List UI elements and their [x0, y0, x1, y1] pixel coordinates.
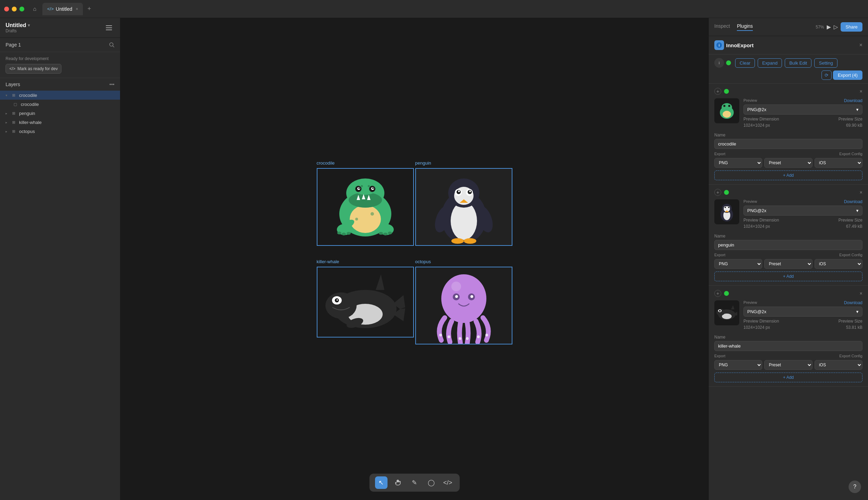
export-all-button[interactable]: Export (4): [833, 70, 862, 80]
frame-label-crocodile: crocodile: [317, 160, 335, 166]
preset-config-select-1[interactable]: Preset1x2x3x: [764, 158, 812, 168]
svg-point-6: [350, 205, 381, 233]
svg-point-68: [451, 282, 461, 291]
share-button[interactable]: Share: [841, 22, 862, 32]
edit-tool[interactable]: ✎: [408, 476, 421, 489]
cursor-tool[interactable]: ↖: [375, 476, 388, 489]
clear-button[interactable]: Clear: [735, 58, 755, 68]
frame-octopus[interactable]: octopus: [415, 267, 512, 364]
add-config-button-2[interactable]: + Add: [714, 272, 862, 281]
tab-inspect[interactable]: Inspect: [714, 23, 730, 31]
add-config-button-3[interactable]: + Add: [714, 373, 862, 382]
expand-button[interactable]: Expand: [758, 58, 782, 68]
preview-thumb-whale: [714, 300, 739, 325]
frame-label-penguin: penguin: [415, 160, 431, 166]
home-icon[interactable]: ⌂: [30, 4, 40, 14]
format-config-select-2[interactable]: PNGJPGSVGPDF: [714, 259, 762, 269]
bulk-edit-button[interactable]: Bulk Edit: [785, 58, 811, 68]
plugin-panel: i InnoExport × i Clear Expand Bulk Edit …: [709, 36, 868, 500]
svg-point-82: [725, 207, 726, 208]
download-link-1[interactable]: Download: [844, 98, 862, 103]
present-button[interactable]: ▷: [834, 24, 838, 30]
frame-killer-whale[interactable]: killer-whale: [317, 267, 414, 364]
plugin-close-button[interactable]: ×: [859, 42, 862, 48]
chevron-down-icon: ▾: [856, 107, 859, 112]
layer-item-killer-whale[interactable]: ▸ ⊞ killer-whale: [0, 118, 120, 127]
tab-close-icon[interactable]: ×: [76, 7, 78, 11]
svg-point-89: [719, 310, 721, 312]
name-label-1: Name: [714, 133, 862, 138]
download-link-2[interactable]: Download: [844, 199, 862, 204]
frame-crocodile[interactable]: crocodile: [317, 168, 414, 265]
svg-point-19: [361, 185, 363, 187]
config-row-2: PNGJPGSVGPDF Preset1x2x3x iOSAndroidWeb: [714, 259, 862, 269]
preset-config-select-2[interactable]: Preset1x2x3x: [764, 259, 812, 269]
svg-point-66: [477, 335, 480, 338]
layer-item-crocodile[interactable]: ▾ ⊞ crocodile: [0, 91, 120, 100]
format-config-select-3[interactable]: PNGJPGSVGPDF: [714, 360, 762, 370]
remove-item-icon[interactable]: ×: [860, 89, 862, 94]
chevron-right-icon: ▸: [6, 130, 7, 133]
layer-item-penguin[interactable]: ▸ ⊞ penguin: [0, 109, 120, 118]
mark-ready-button[interactable]: </> Mark as ready for dev: [6, 64, 61, 74]
maximize-dot[interactable]: [19, 7, 24, 11]
frame-penguin[interactable]: penguin: [415, 168, 512, 265]
sync-button[interactable]: ⟳: [822, 70, 832, 80]
platform-config-select-3[interactable]: iOSAndroidWeb: [815, 360, 862, 370]
sidebar-toggle-icon[interactable]: [103, 22, 114, 33]
svg-point-24: [342, 233, 346, 235]
add-config-button-1[interactable]: + Add: [714, 170, 862, 180]
config-row-1: PNGJPGSVGPDF Preset1x2x3x iOSAndroidWeb: [714, 158, 862, 168]
add-item-icon-3[interactable]: +: [714, 290, 721, 297]
new-tab-button[interactable]: +: [84, 4, 94, 14]
dim-value: 1024×1024 px: [743, 123, 770, 128]
size-value: 69.90 kB: [846, 123, 862, 128]
add-item-icon-2[interactable]: +: [714, 189, 721, 196]
active-tab[interactable]: </> Untitled ×: [42, 3, 83, 15]
page-section: Page 1: [0, 38, 120, 52]
svg-point-3: [110, 43, 113, 46]
remove-item-icon-3[interactable]: ×: [860, 291, 862, 296]
svg-point-74: [723, 105, 725, 107]
preset-config-select-3[interactable]: Preset1x2x3x: [764, 360, 812, 370]
code-tool[interactable]: </>: [442, 476, 454, 489]
layers-section: Layers ••• ▾ ⊞ crocodile ▢ crocodile ▸ ⊞…: [0, 78, 120, 500]
layer-item-crocodile-sub[interactable]: ▢ crocodile: [0, 100, 120, 109]
platform-config-select-1[interactable]: iOSAndroidWeb: [815, 158, 862, 168]
remove-item-icon-2[interactable]: ×: [860, 190, 862, 195]
layer-label: killer-whale: [19, 120, 42, 125]
help-button[interactable]: ?: [849, 481, 861, 493]
add-item-icon[interactable]: +: [714, 88, 721, 95]
svg-text:i: i: [719, 43, 720, 47]
name-label-2: Name: [714, 234, 862, 239]
svg-point-46: [464, 238, 476, 244]
chevron-right-icon: ▾: [6, 93, 7, 97]
format-config-select-1[interactable]: PNGJPGSVGPDF: [714, 158, 762, 168]
comment-tool[interactable]: ◯: [425, 476, 437, 489]
svg-rect-1: [106, 27, 112, 28]
svg-point-67: [485, 334, 488, 336]
setting-button[interactable]: Setting: [814, 58, 837, 68]
search-button[interactable]: [109, 42, 114, 48]
name-input-penguin[interactable]: [714, 240, 862, 250]
name-input-killer-whale[interactable]: [714, 341, 862, 351]
close-dot[interactable]: [4, 7, 9, 11]
name-label-3: Name: [714, 335, 862, 340]
minimize-dot[interactable]: [12, 7, 17, 11]
file-name[interactable]: Untitled ▾: [6, 22, 30, 28]
tab-plugins[interactable]: Plugins: [737, 23, 753, 31]
layer-item-octopus[interactable]: ▸ ⊞ octopus: [0, 127, 120, 136]
download-link-3[interactable]: Download: [844, 300, 862, 305]
size-label: Preview Size: [839, 117, 862, 122]
plugin-name: InnoExport: [726, 42, 856, 48]
platform-config-select-2[interactable]: iOSAndroidWeb: [815, 259, 862, 269]
window-controls: [4, 7, 24, 11]
layers-header: Layers •••: [0, 78, 120, 91]
name-input-crocodile[interactable]: [714, 139, 862, 149]
layer-label: octopus: [19, 129, 35, 134]
layers-more-icon[interactable]: •••: [109, 82, 114, 87]
export-item-header-2: + ×: [714, 189, 862, 196]
export-item-penguin: + ×: [709, 185, 868, 286]
hand-tool[interactable]: [392, 476, 404, 489]
play-button[interactable]: ▶: [827, 24, 831, 30]
